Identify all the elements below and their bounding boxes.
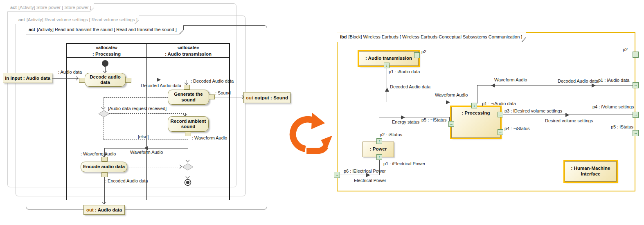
merge-node[interactable]	[182, 163, 194, 171]
frame-tab-read-volume[interactable]: act[Activity] Read volume settings [ Rea…	[16, 16, 139, 24]
label-decoded-pin: : Decoded Audio data	[191, 79, 234, 83]
pin-encode-out[interactable]	[101, 172, 108, 177]
frame-tab-read-transmit[interactable]: act[Activity] Read and transmit the soun…	[26, 25, 184, 34]
swimlane-header-processing[interactable]: «allocate» : Processing	[67, 45, 146, 57]
port-power-p1[interactable]: ↑	[376, 154, 382, 160]
ibd-frame-tab[interactable]: ibd[Block] Wireless Earbuds [ Wireless E…	[337, 32, 526, 42]
label-sound: : Sound	[215, 90, 231, 95]
label-at-p2: p2	[421, 49, 426, 54]
label-guard-else: [else]	[138, 134, 149, 139]
pin-generate-in[interactable]	[184, 85, 190, 90]
label-proc-p5: p5 : ~iStatus	[421, 117, 446, 122]
label-waveform-right: Waveform Audio	[435, 92, 468, 97]
label-decoded-out: Decoded Audio data	[558, 79, 598, 83]
frame-port-p2[interactable]	[633, 52, 639, 58]
port-proc-p4[interactable]: ←	[498, 129, 503, 135]
activity-parameter-output-audio[interactable]: out : Audio data	[83, 205, 125, 215]
activity-parameter-output-sound[interactable]: out output : Sound	[243, 92, 290, 103]
swimlane-divider	[146, 43, 147, 200]
flow-arrow-right	[565, 113, 570, 117]
initial-node[interactable]	[102, 60, 108, 67]
frame-title: [Activity] Read volume settings [ Read v…	[27, 17, 137, 22]
action-decode-audio-data[interactable]: Decode audio data	[85, 73, 126, 87]
action-record-ambient-sound[interactable]: Record ambient sound	[168, 116, 209, 132]
activity-parameter-input[interactable]: in input : Audio data	[3, 73, 52, 83]
flow-arrow	[157, 78, 161, 82]
port-updown-icon: ↕	[473, 104, 475, 108]
frame-port-p5[interactable]: →	[633, 130, 639, 136]
label-proc-p3: p3 : iDesired volume settings	[504, 108, 562, 113]
swimlane-header-audio-transmission[interactable]: «allocate» : Audio transmission	[147, 45, 229, 57]
decision-node[interactable]	[98, 110, 110, 117]
port-up-icon: ↑	[378, 155, 381, 159]
port-left-icon: ←	[499, 130, 502, 134]
port-right-icon: →	[335, 173, 339, 177]
lane-name: : Audio transmission	[147, 51, 229, 57]
connector-p6-power-h	[340, 175, 380, 175]
pin-generate-out[interactable]	[209, 94, 215, 99]
label-power-p1: p1 : iElectrical Power	[383, 161, 426, 166]
edge-else-h	[104, 140, 188, 140]
frame-title: [Activity] Store power [ Store power ]	[18, 5, 91, 10]
edge-encode-merge	[127, 167, 182, 167]
label-frame-p2: p2	[623, 47, 628, 52]
label-waveform-flow: Waveform Audio	[130, 150, 163, 155]
label-waveform-pin-encode: : Waveform Audio	[81, 151, 116, 156]
flow-arrow-right	[592, 83, 596, 88]
port-proc-p5[interactable]: →	[448, 121, 454, 127]
frame-port-p6[interactable]: →	[334, 172, 340, 178]
port-at-p2[interactable]	[414, 52, 420, 58]
connector-at-proc-v	[387, 68, 387, 102]
label-audio-data: : Audio data	[58, 70, 82, 74]
port-right-icon: →	[499, 113, 502, 117]
label-decoded-flow: Decoded Audio data	[141, 83, 181, 88]
block-human-machine-interface[interactable]: : Human-Machine Interface	[565, 161, 617, 182]
label-energy: Energy status	[392, 119, 419, 124]
port-proc-p3[interactable]: →	[498, 112, 503, 117]
label-frame-p4: p4 : iVolume settings	[592, 104, 634, 109]
label-desired: Desired volume settings	[545, 118, 593, 123]
edge-record-encode-v1	[188, 137, 188, 148]
flow-arrow-left	[491, 83, 495, 88]
connector-at-proc-h	[387, 102, 474, 102]
flow-arrow-up	[385, 88, 389, 92]
frame-port-p4[interactable]: →	[633, 112, 639, 118]
pin-decode-out[interactable]	[125, 78, 131, 83]
activity-final-node[interactable]	[184, 178, 192, 187]
label-frame-p1: p1 : iAudio data	[598, 78, 629, 83]
action-encode-audio-data[interactable]: Encode audio data	[81, 162, 127, 172]
label-waveform-pin-record: : Waveform Audio	[192, 135, 227, 140]
port-both-icon: ↔	[634, 83, 637, 87]
label-proc-p4: p4 : ~iStatus	[504, 126, 529, 131]
port-at-p1[interactable]: ↕	[384, 63, 390, 68]
edge-encode-outparam	[104, 177, 105, 204]
param-name: output : Sound	[254, 95, 288, 100]
label-waveform-left: Waveform Audio	[494, 77, 527, 82]
flow-arrow-right	[401, 115, 405, 119]
frame-kw: act	[29, 27, 35, 32]
block-processing[interactable]: : Processing	[451, 107, 500, 138]
frame-kw: ibd	[340, 34, 347, 39]
port-proc-p1[interactable]: ↕	[471, 103, 477, 108]
frame-port-p1[interactable]: ↔	[633, 82, 639, 88]
port-updown-icon: ↕	[386, 64, 388, 68]
pin-record-out[interactable]	[185, 131, 191, 136]
frame-title: [Activity] Read and transmit the sound […	[37, 27, 177, 32]
frame-tab-store-power[interactable]: act[Activity] Store power [ Store power …	[7, 3, 94, 12]
edge-else-v1	[104, 117, 104, 140]
label-electrical: Electrical Power	[354, 178, 386, 183]
lane-stereotype: «allocate»	[67, 45, 146, 51]
label-decoded-up: Decoded Audio data	[390, 84, 430, 89]
lane-name: : Processing	[67, 51, 146, 57]
pin-decode-in[interactable]	[79, 78, 85, 83]
action-generate-sound[interactable]: Generate the sound	[168, 90, 209, 105]
label-power-p2: p2 : iStatus	[380, 132, 402, 137]
pin-encode-in[interactable]	[101, 157, 108, 162]
edge-generate-decision	[104, 97, 168, 98]
param-name: input : Audio data	[11, 76, 50, 81]
port-power-p2[interactable]: ↑	[376, 138, 382, 144]
port-right-icon: →	[634, 131, 637, 135]
param-kw: out	[246, 95, 253, 100]
label-frame-p6: p6 : iElectrical Power	[344, 169, 386, 173]
edge-guard-request	[109, 113, 186, 114]
